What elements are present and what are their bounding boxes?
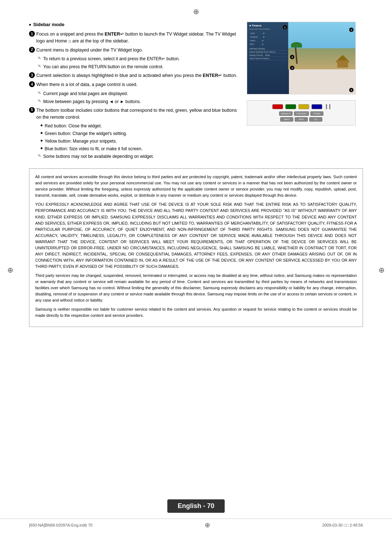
tv-import-symbol: Import Symbols From Yahoo!... bbox=[249, 50, 287, 54]
tv-menu-aapl: AAPL ⊘ bbox=[249, 39, 287, 42]
bullet-green: Green button: Change the widget's settin… bbox=[41, 130, 240, 137]
step-number-4: 4 bbox=[29, 81, 35, 87]
bullet-dot-3 bbox=[41, 140, 42, 142]
instructions-column: Sidebar mode 1 Focus on a snippet and pr… bbox=[29, 22, 240, 161]
remote-bar-2 bbox=[329, 104, 330, 109]
instruction-4-text: When there is a lot of data, a page cont… bbox=[36, 81, 138, 88]
tv-screenshot: ■Finance Select from the list below: YOO… bbox=[247, 22, 356, 94]
step-number-1: 1 bbox=[29, 31, 35, 37]
instruction-4-subnote-1: Current page and total pages are display… bbox=[43, 90, 128, 97]
remote-mts-button: MTS bbox=[295, 117, 308, 122]
instruction-2-subnote-2: You can also press the RETURN button on … bbox=[43, 64, 163, 70]
note-icon-5: ✎ bbox=[38, 154, 41, 158]
tv-panel-title: ■Finance bbox=[249, 24, 287, 27]
step-number-2: 2 bbox=[29, 47, 35, 53]
instruction-5: 5 The bottom toolbar includes color butt… bbox=[29, 107, 240, 121]
disclaimer-para-4: Samsung is neither responsible nor liabl… bbox=[35, 306, 357, 319]
bullet-blue: Blue button: Size video to fit, or make … bbox=[41, 146, 240, 152]
remote-label-row-1: MEDIA.P CONTENT P.SIZE bbox=[279, 111, 323, 116]
tv-menu-yahoo: YAHOO ⊘ bbox=[249, 35, 287, 38]
step-number-5: 5 bbox=[29, 107, 35, 113]
bullet-text-yellow: Yellow button: Manage your snippets. bbox=[45, 138, 117, 144]
bullet-text-red: Red button: Close the widget. bbox=[45, 123, 102, 129]
page-number-box: English - 70 bbox=[167, 499, 224, 513]
remote-bar bbox=[326, 104, 327, 109]
remote-control-area: MEDIA.P CONTENT P.SIZE INFO MTS CC bbox=[247, 100, 356, 126]
instruction-4-note-1: ✎ Current page and total pages are displ… bbox=[38, 90, 240, 97]
tv-left-panel: ■Finance Select from the list below: YOO… bbox=[247, 22, 289, 94]
tv-badge-3: 3 bbox=[290, 55, 294, 59]
bullet-dot-1 bbox=[41, 124, 42, 126]
bullet-red: Red button: Close the widget. bbox=[41, 123, 240, 129]
tv-menu-list: YOO ⊘ YAHOO ⊘ AAPL ⊘ BTC ⊘ bbox=[249, 32, 287, 46]
tv-main-image bbox=[288, 22, 355, 69]
instruction-1: 1 Focus on a snippet and press the ENTER… bbox=[29, 31, 240, 45]
instruction-2: 2 Current menu is displayed under the TV… bbox=[29, 47, 240, 54]
tv-display-format: Display Format Value bbox=[249, 54, 287, 57]
tv-menu-yoo: YOO ⊘ bbox=[249, 32, 287, 35]
remote-info-button: INFO bbox=[280, 117, 293, 122]
footer: English - 70 [650-NA]BN68-02097A-Eng.ind… bbox=[0, 499, 392, 529]
page-number-text: English - 70 bbox=[177, 502, 214, 510]
tv-hut-body bbox=[337, 60, 348, 68]
instruction-2-note-1: ✎ To return to a previous screen, select… bbox=[38, 56, 240, 62]
instruction-2-text: Current menu is displayed under the TV W… bbox=[36, 47, 143, 54]
instruction-5-subnote: Some buttons may not be available depend… bbox=[43, 153, 154, 160]
bullet-dot-4 bbox=[41, 147, 42, 149]
instruction-1-text: Focus on a snippet and press the ENTER↵ … bbox=[36, 31, 240, 45]
instruction-5-text: The bottom toolbar includes color button… bbox=[36, 107, 240, 121]
bullet-yellow: Yellow button: Manage your snippets. bbox=[41, 138, 240, 144]
instruction-2-subnote-1: To return to a previous screen, select i… bbox=[43, 56, 180, 62]
remote-red-button bbox=[272, 104, 283, 109]
remote-psize-button: P.SIZE bbox=[310, 111, 323, 116]
instruction-2-note-2: ✎ You can also press the RETURN button o… bbox=[38, 64, 240, 70]
step-number-3: 3 bbox=[29, 72, 35, 78]
bullet-text-blue: Blue button: Size video to fit, or make … bbox=[45, 146, 142, 152]
remote-blue-button bbox=[311, 104, 322, 109]
tv-badge-2: 2 bbox=[349, 28, 354, 32]
tv-add-symbol: Add New Symbol... bbox=[249, 47, 287, 50]
sidebar-mode-title: Sidebar mode bbox=[29, 22, 240, 27]
instruction-3: 3 Current selection is always highlighte… bbox=[29, 72, 240, 79]
footer-right-text: 2009-03-30 □□ 2:49:56 bbox=[322, 523, 363, 527]
tv-subtitle: Select from the list below: bbox=[249, 28, 287, 30]
footer-compass-icon: ⊕ bbox=[205, 521, 210, 529]
remote-label-row-2: INFO MTS CC bbox=[280, 117, 322, 122]
instruction-4-subnote-2: Move between pages by pressing ◄ or ► bu… bbox=[43, 98, 141, 105]
note-icon-1: ✎ bbox=[38, 56, 41, 61]
tv-menu-section: Add New Symbol... Import Symbols From Ya… bbox=[249, 47, 287, 60]
instruction-4-note-2: ✎ Move between pages by pressing ◄ or ► … bbox=[38, 98, 240, 105]
tv-menu-btc: BTC ⊘ bbox=[249, 42, 287, 46]
remote-green-button bbox=[285, 104, 296, 109]
instruction-4: 4 When there is a lot of data, a page co… bbox=[29, 81, 240, 88]
tv-badge-4: 4 bbox=[290, 66, 294, 70]
section-title: Sidebar mode bbox=[33, 22, 64, 27]
remote-mediap-button: MEDIA.P bbox=[279, 111, 293, 116]
tv-badge-1: 1 bbox=[283, 25, 287, 29]
disclaimer-para-2: YOU EXPRESSLY ACKNOWLEDGE AND AGREE THAT… bbox=[35, 201, 357, 270]
bullet-dot-2 bbox=[41, 132, 42, 134]
instruction-3-text: Current selection is always highlighted … bbox=[36, 72, 237, 79]
remote-yellow-button bbox=[298, 104, 309, 109]
footer-info-bar: [650-NA]BN68-02097A-Eng.indb 70 ⊕ 2009-0… bbox=[0, 519, 392, 529]
tv-badge-5: 5 bbox=[349, 88, 354, 92]
note-icon-4: ✎ bbox=[38, 99, 41, 103]
bullet-text-green: Green button: Change the widget's settin… bbox=[45, 130, 127, 137]
disclaimer-para-1: All content and services accessible thro… bbox=[35, 174, 357, 199]
remote-cc-button: CC bbox=[309, 117, 322, 122]
disclaimer-box: All content and services accessible thro… bbox=[29, 168, 363, 327]
disclaimer-para-3: Third party services may be changed, sus… bbox=[35, 273, 357, 303]
remote-content-button: CONTENT bbox=[294, 111, 309, 116]
footer-left-text: [650-NA]BN68-02097A-Eng.indb 70 bbox=[29, 523, 93, 527]
tv-tree-leaves bbox=[291, 42, 302, 48]
footer-page-label-container: English - 70 bbox=[0, 499, 392, 513]
tv-about: About Yahoo! Finance... bbox=[249, 57, 287, 60]
note-icon-2: ✎ bbox=[38, 64, 41, 69]
right-column: ■Finance Select from the list below: YOO… bbox=[247, 22, 363, 161]
note-icon-3: ✎ bbox=[38, 91, 41, 95]
remote-color-buttons bbox=[272, 104, 330, 109]
instruction-5-note: ✎ Some buttons may not be available depe… bbox=[38, 153, 240, 160]
